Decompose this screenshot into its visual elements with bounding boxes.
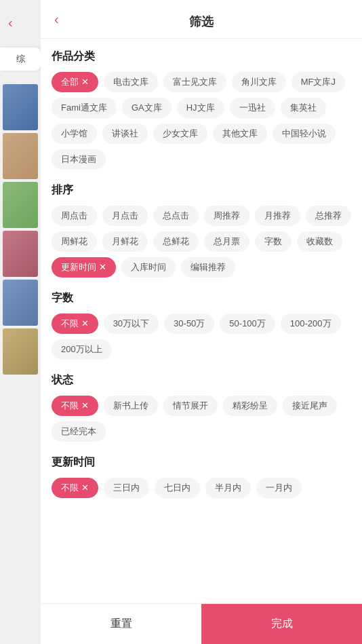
sidebar-book-list — [0, 81, 41, 377]
tag-item[interactable]: 月推荐 — [255, 206, 300, 226]
panel-footer: 重置 完成 — [41, 603, 362, 644]
tag-item[interactable]: Fami通文库 — [52, 98, 117, 118]
tag-item[interactable]: 新书上传 — [104, 396, 158, 416]
tag-item[interactable]: 一迅社 — [230, 98, 275, 118]
tag-item[interactable]: 七日内 — [155, 478, 200, 498]
tag-item[interactable]: 角川文库 — [232, 72, 286, 92]
tag-item[interactable]: 收藏数 — [297, 231, 342, 252]
category-tags: 全部 ✕电击文库富士见文库角川文库MF文库JFami通文库GA文库HJ文库一迅社… — [52, 72, 351, 170]
tag-item[interactable]: 一月内 — [256, 478, 302, 498]
tag-item[interactable]: 更新时间 ✕ — [52, 257, 116, 278]
sort-tags: 周点击月点击总点击周推荐月推荐总推荐周鲜花月鲜花总鲜花总月票字数收藏数更新时间 … — [52, 206, 351, 278]
book-cover — [3, 280, 38, 326]
section-status: 状态 不限 ✕新书上传情节展开精彩纷呈接近尾声已经完本 — [52, 373, 351, 442]
tag-item[interactable]: 周点击 — [52, 206, 97, 226]
wordcount-tags: 不限 ✕30万以下30-50万50-100万100-200万200万以上 — [52, 314, 351, 360]
tag-item[interactable]: 总点击 — [153, 206, 199, 226]
confirm-button[interactable]: 完成 — [201, 604, 362, 644]
panel-title: 筛选 — [52, 14, 351, 30]
book-cover — [3, 231, 38, 277]
section-sort-title: 排序 — [52, 183, 351, 197]
book-cover — [3, 182, 38, 228]
tag-item[interactable]: 日本漫画 — [52, 149, 106, 170]
tag-item[interactable]: 小学馆 — [52, 124, 97, 144]
global-back-icon[interactable]: ‹ — [8, 15, 13, 31]
tag-item[interactable]: 30万以下 — [104, 314, 159, 334]
tag-item[interactable]: 电击文库 — [104, 72, 158, 92]
section-category: 作品分类 全部 ✕电击文库富士见文库角川文库MF文库JFami通文库GA文库HJ… — [52, 50, 351, 170]
book-cover — [3, 84, 38, 130]
tag-item[interactable]: 集英社 — [281, 98, 326, 118]
section-category-title: 作品分类 — [52, 50, 351, 64]
panel-content: 作品分类 全部 ✕电击文库富士见文库角川文库MF文库JFami通文库GA文库HJ… — [41, 39, 362, 603]
tag-item[interactable]: 精彩纷呈 — [223, 396, 277, 416]
section-update-time: 更新时间 不限 ✕三日内七日内半月内一月内 — [52, 455, 351, 498]
sidebar-tab-label: 综 — [16, 54, 25, 64]
panel-header: ‹ 筛选 — [41, 0, 362, 39]
tag-item[interactable]: 少女文库 — [153, 124, 207, 144]
tag-item[interactable]: 编辑推荐 — [181, 257, 235, 278]
tag-item[interactable]: 周鲜花 — [52, 231, 97, 252]
tag-item[interactable]: 富士见文库 — [163, 72, 226, 92]
tag-item[interactable]: 50-100万 — [220, 314, 275, 334]
tag-item[interactable]: 字数 — [255, 231, 291, 252]
tag-item[interactable]: 不限 ✕ — [52, 396, 98, 416]
section-update-time-title: 更新时间 — [52, 455, 351, 470]
status-tags: 不限 ✕新书上传情节展开精彩纷呈接近尾声已经完本 — [52, 396, 351, 442]
tag-item[interactable]: 情节展开 — [163, 396, 218, 416]
tag-item[interactable]: 总月票 — [204, 231, 249, 252]
tag-item[interactable]: 200万以上 — [52, 339, 112, 360]
tag-item[interactable]: MF文库J — [291, 72, 345, 92]
tag-item[interactable]: 周推荐 — [204, 206, 249, 226]
section-wordcount-title: 字数 — [52, 291, 351, 305]
tag-item[interactable]: 月点击 — [102, 206, 148, 226]
section-wordcount: 字数 不限 ✕30万以下30-50万50-100万100-200万200万以上 — [52, 291, 351, 360]
reset-button[interactable]: 重置 — [41, 604, 201, 644]
tag-item[interactable]: 已经完本 — [52, 421, 106, 442]
tag-item[interactable]: 不限 ✕ — [52, 314, 98, 334]
book-cover — [3, 328, 38, 375]
tag-item[interactable]: 总推荐 — [306, 206, 351, 226]
filter-panel: ‹ 筛选 作品分类 全部 ✕电击文库富士见文库角川文库MF文库JFami通文库G… — [41, 0, 362, 644]
left-sidebar: ‹ 综 — [0, 0, 41, 644]
tag-item[interactable]: 全部 ✕ — [52, 72, 98, 92]
tag-item[interactable]: 入库时间 — [121, 257, 176, 278]
tag-item[interactable]: 30-50万 — [164, 314, 214, 334]
tag-item[interactable]: HJ文库 — [177, 98, 224, 118]
section-sort: 排序 周点击月点击总点击周推荐月推荐总推荐周鲜花月鲜花总鲜花总月票字数收藏数更新… — [52, 183, 351, 278]
tag-item[interactable]: 其他文库 — [213, 124, 267, 144]
back-button[interactable]: ‹ — [52, 9, 62, 30]
tag-item[interactable]: 月鲜花 — [102, 231, 148, 252]
tag-item[interactable]: 讲谈社 — [102, 124, 148, 144]
tag-item[interactable]: 中国轻小说 — [273, 124, 336, 144]
tag-item[interactable]: 总鲜花 — [153, 231, 199, 252]
update-time-tags: 不限 ✕三日内七日内半月内一月内 — [52, 478, 351, 498]
book-cover — [3, 133, 38, 179]
tag-item[interactable]: GA文库 — [122, 98, 172, 118]
tag-item[interactable]: 100-200万 — [281, 314, 341, 334]
tag-item[interactable]: 不限 ✕ — [52, 478, 98, 498]
section-status-title: 状态 — [52, 373, 351, 387]
tag-item[interactable]: 接近尾声 — [283, 396, 337, 416]
tag-item[interactable]: 三日内 — [104, 478, 149, 498]
sidebar-tab[interactable]: 综 — [0, 48, 41, 71]
tag-item[interactable]: 半月内 — [205, 478, 251, 498]
